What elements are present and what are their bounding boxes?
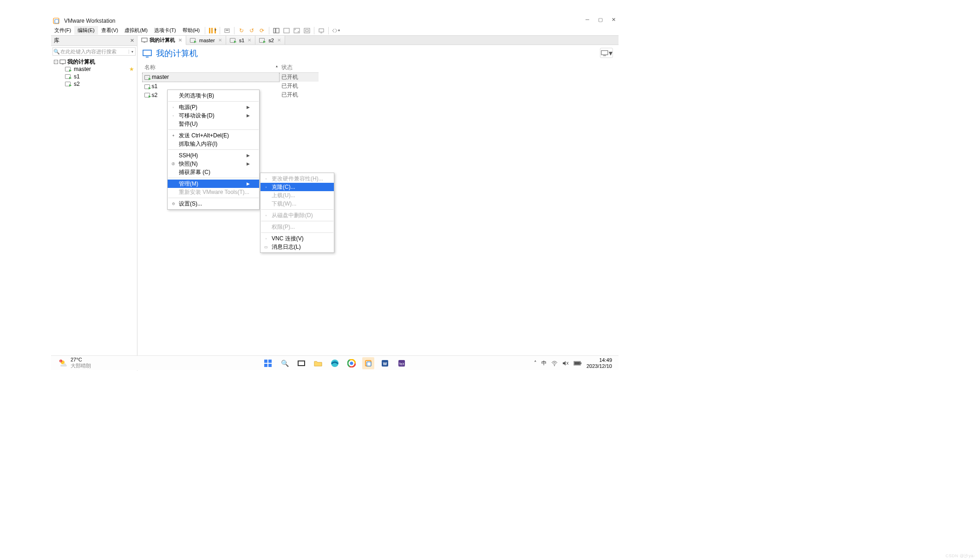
menu-view[interactable]: 查看(V): [98, 26, 122, 35]
ctx-msg-log[interactable]: ▭消息日志(L): [261, 243, 334, 251]
vm-icon: [259, 38, 265, 43]
speaker-mute-icon[interactable]: [562, 360, 569, 366]
view-mode-button[interactable]: ▾: [600, 48, 613, 58]
svg-rect-6: [284, 28, 289, 33]
tab-close-icon[interactable]: ✕: [218, 38, 222, 43]
tab-s1[interactable]: s1 ✕: [226, 36, 256, 45]
ctx-vnc[interactable]: ◦VNC 连接(V): [261, 234, 334, 243]
ctx-ssh[interactable]: SSH(H)▶: [168, 151, 259, 160]
layout1-icon[interactable]: [272, 26, 280, 35]
ctx-grab-input[interactable]: 抓取输入内容(I): [168, 140, 259, 148]
tree-root[interactable]: − 我的计算机: [51, 58, 137, 65]
explorer-icon[interactable]: [312, 357, 324, 369]
tree-item-master[interactable]: master ★: [51, 65, 137, 73]
close-button[interactable]: ✕: [610, 16, 617, 23]
svg-rect-5: [276, 28, 279, 33]
start-button[interactable]: [262, 357, 274, 369]
tree-item-label: s2: [74, 81, 80, 87]
tray-chevron-icon[interactable]: ˄: [534, 360, 537, 366]
col-status[interactable]: 状态: [280, 63, 319, 73]
ctx-removable[interactable]: ◦可移动设备(D)▶: [168, 111, 259, 120]
weather-widget[interactable]: 1 27°C 大部晴朗: [51, 357, 91, 369]
favorite-icon[interactable]: ★: [129, 66, 134, 72]
clock2-icon[interactable]: ↺: [248, 26, 256, 35]
pause-button[interactable]: ▾: [207, 28, 218, 33]
tab-my-computer[interactable]: 我的计算机 ✕: [137, 36, 186, 45]
clock[interactable]: 14:49 2023/12/10: [586, 357, 612, 368]
layout2-icon[interactable]: [282, 26, 291, 35]
word-icon[interactable]: W: [379, 357, 391, 369]
ctx-delete-disk: ◦从磁盘中删除(D): [261, 211, 334, 219]
library-search[interactable]: 🔍 在此处键入内容进行搜索 ▾: [52, 47, 136, 56]
bullet-icon: ◦: [264, 237, 268, 241]
vm-icon: [65, 82, 71, 86]
svg-rect-23: [264, 360, 267, 363]
chevron-right-icon: ▶: [233, 105, 250, 109]
ctx-clone[interactable]: ◦克隆(C)...: [261, 183, 334, 191]
tray-lang[interactable]: 中: [541, 360, 547, 367]
tab-close-icon[interactable]: ✕: [248, 38, 251, 43]
collapse-icon[interactable]: −: [54, 60, 58, 64]
svg-rect-4: [274, 28, 275, 33]
screen-icon[interactable]: [317, 26, 326, 35]
col-name[interactable]: 名称▴: [143, 63, 280, 73]
ctx-power[interactable]: ◦电源(P)▶: [168, 103, 259, 111]
search-button[interactable]: 🔍: [279, 357, 291, 369]
menu-edit[interactable]: 编辑(E): [74, 26, 98, 35]
vm-icon: [144, 84, 150, 89]
tab-label: 我的计算机: [150, 37, 175, 44]
battery-icon[interactable]: [573, 361, 582, 366]
minimize-button[interactable]: ─: [584, 16, 591, 23]
tab-label: s1: [239, 38, 245, 43]
weather-temp: 27°C: [71, 357, 91, 362]
menu-help[interactable]: 帮助(H): [179, 26, 203, 35]
bullet-icon: ◦: [264, 185, 268, 189]
svg-rect-26: [268, 364, 272, 367]
tab-label: s2: [268, 38, 274, 43]
clock-icon[interactable]: ↻: [237, 26, 246, 35]
fullscreen-icon[interactable]: [293, 26, 301, 35]
vmware-taskbar-icon[interactable]: [362, 357, 374, 369]
ctx-capture[interactable]: 捕获屏幕 (C): [168, 168, 259, 176]
menu-bar: 文件(F) 编辑(E) 查看(V) 虚拟机(M) 选项卡(T) 帮助(H) ▾ …: [51, 26, 619, 36]
tex-icon[interactable]: TeX: [396, 357, 408, 369]
maximize-button[interactable]: ▢: [597, 16, 604, 23]
wifi-icon[interactable]: [551, 360, 558, 366]
ctx-reinstall-tools: 重新安装 VMware Tools(T)...: [168, 188, 259, 196]
edge-icon[interactable]: [329, 357, 341, 369]
cell-status: 已开机: [280, 90, 319, 99]
taskview-button[interactable]: [295, 357, 307, 369]
library-close-button[interactable]: ✕: [130, 38, 134, 44]
search-placeholder: 在此处键入内容进行搜索: [60, 48, 129, 55]
expand-icon[interactable]: ▾: [332, 26, 340, 35]
ctx-pause[interactable]: 暂停(U): [168, 120, 259, 128]
tab-master[interactable]: master ✕: [186, 36, 226, 45]
unity-icon[interactable]: [303, 26, 311, 35]
ctx-send-cad[interactable]: ✦发送 Ctrl+Alt+Del(E): [168, 131, 259, 140]
tab-s2[interactable]: s2 ✕: [255, 36, 285, 45]
menu-vm[interactable]: 虚拟机(M): [121, 26, 151, 35]
svg-rect-44: [574, 362, 580, 365]
taskbar: 1 27°C 大部晴朗 🔍 W TeX ˄ 中 14:49 2023/12/10: [51, 355, 619, 370]
search-dropdown[interactable]: ▾: [129, 50, 135, 54]
svg-rect-8: [304, 28, 310, 33]
bullet-icon: ◦: [171, 114, 175, 118]
snapshot-icon[interactable]: [223, 26, 231, 35]
ctx-settings[interactable]: ⚙设置(S)...: [168, 200, 259, 208]
svg-rect-24: [268, 360, 272, 363]
tree-item-s2[interactable]: s2: [51, 80, 137, 88]
bullet-icon: ◦: [264, 213, 268, 218]
tree-item-s1[interactable]: s1: [51, 73, 137, 80]
ctx-snapshot[interactable]: ⦿快照(N)▶: [168, 160, 259, 168]
ctx-close-tab[interactable]: 关闭选项卡(B): [168, 91, 259, 100]
tab-close-icon[interactable]: ✕: [178, 38, 182, 43]
menu-file[interactable]: 文件(F): [51, 26, 74, 35]
tab-close-icon[interactable]: ✕: [277, 38, 281, 43]
clock3-icon[interactable]: ⟳: [258, 26, 266, 35]
menu-tabs[interactable]: 选项卡(T): [151, 26, 179, 35]
chrome-icon[interactable]: [345, 357, 358, 369]
ctx-manage[interactable]: 管理(M)▶: [168, 180, 259, 188]
table-row[interactable]: master 已开机: [143, 73, 319, 82]
chevron-right-icon: ▶: [233, 153, 250, 158]
bullet-icon: ◦: [171, 105, 175, 109]
